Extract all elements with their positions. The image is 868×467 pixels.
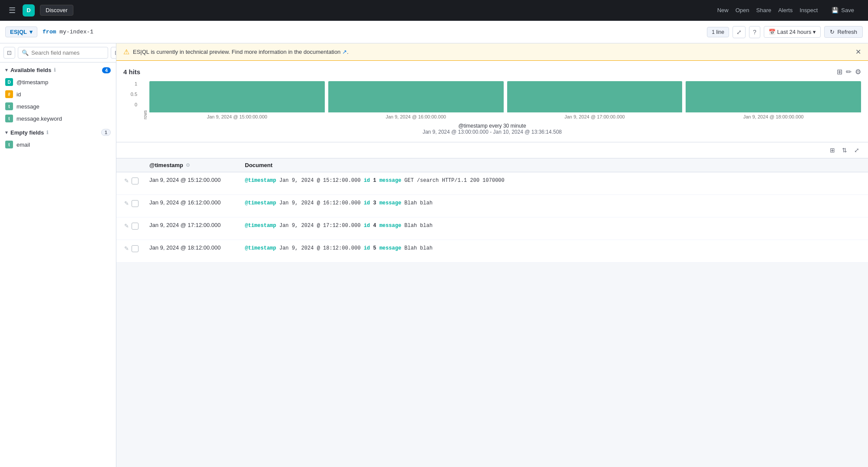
query-bar-right: 1 line ⤢ ? 📅 Last 24 hours ▾ ↻ Refresh <box>707 26 863 38</box>
field-search-wrap[interactable]: 🔍 <box>18 47 108 59</box>
email-type-icon: t <box>5 141 13 148</box>
inspect-button[interactable]: Inspect <box>799 7 818 13</box>
content-area: ⚠ ES|QL is currently in technical previe… <box>116 43 868 467</box>
chart-settings-button[interactable]: ⚙ <box>855 68 861 76</box>
timestamp-col-label: @timestamp <box>149 162 183 168</box>
row-expand-button-3[interactable]: ✎ <box>123 244 130 253</box>
save-button[interactable]: 💾 Save <box>825 4 861 16</box>
field-item-email[interactable]: t email <box>0 138 116 151</box>
row-document-0: @timestamp Jan 9, 2024 @ 15:12:00.000 id… <box>245 177 861 184</box>
row-checkbox-1[interactable] <box>132 200 139 207</box>
calendar-icon: 📅 <box>769 29 776 35</box>
available-fields-info-icon[interactable]: ℹ <box>54 67 56 73</box>
table-row: ✎ Jan 9, 2024 @ 17:12:00.000 @timestamp … <box>116 217 868 240</box>
banner-warning-icon: ⚠ <box>123 48 129 56</box>
bar-group-2: Jan 9, 2024 @ 17:00:00.000 <box>507 81 683 119</box>
expand-table-button[interactable]: ⤢ <box>852 145 861 155</box>
table-row: ✎ Jan 9, 2024 @ 16:12:00.000 @timestamp … <box>116 195 868 217</box>
save-icon: 💾 <box>832 7 838 13</box>
message-field-name: message <box>17 103 40 110</box>
y-axis-mid: 0.5 <box>131 92 137 97</box>
sidebar-toggle-button[interactable]: ⊡ <box>3 47 15 59</box>
row-timestamp-3: Jan 9, 2024 @ 18:12:00.000 <box>149 244 245 251</box>
message-keyword-field-name: message.keyword <box>17 115 62 122</box>
timestamp-sort-icon[interactable]: ⊙ <box>186 162 190 168</box>
chart-range-label: Jan 9, 2024 @ 13:00:00.000 - Jan 10, 202… <box>123 129 861 135</box>
sort-button[interactable]: ⇅ <box>840 145 849 155</box>
expand-icon: ⤢ <box>736 29 742 36</box>
banner-left: ⚠ ES|QL is currently in technical previe… <box>123 48 349 56</box>
expand-editor-button[interactable]: ⤢ <box>733 26 746 38</box>
available-fields-chevron-icon: ▾ <box>5 67 8 73</box>
row-expand-button-2[interactable]: ✎ <box>123 222 130 230</box>
field-item-timestamp[interactable]: D @timestamp <box>0 76 116 88</box>
bar-label-2: Jan 9, 2024 @ 17:00:00.000 <box>564 114 625 119</box>
chart-fullscreen-button[interactable]: ⊞ <box>837 68 842 76</box>
field-item-id[interactable]: # id <box>0 88 116 100</box>
message-keyword-type-icon: t <box>5 115 13 122</box>
empty-fields-info-icon[interactable]: ℹ <box>46 130 48 135</box>
chart-edit-button[interactable]: ✏ <box>846 68 851 76</box>
time-range-picker[interactable]: 📅 Last 24 hours ▾ <box>764 26 821 38</box>
save-label: Save <box>841 7 854 13</box>
row-actions-2: ✎ <box>123 222 149 230</box>
columns-icon: ⊞ <box>830 147 835 154</box>
banner-text: ES|QL is currently in technical preview.… <box>133 49 349 55</box>
nav-left: ☰ D Discover <box>7 4 73 17</box>
hamburger-menu-button[interactable]: ☰ <box>7 4 17 17</box>
row-checkbox-2[interactable] <box>132 223 139 230</box>
app-icon: D <box>23 4 35 16</box>
field-item-message[interactable]: t message <box>0 100 116 112</box>
line-count-button[interactable]: 1 line <box>707 27 729 37</box>
expand-table-icon: ⤢ <box>854 147 859 154</box>
id-type-icon: # <box>5 90 13 98</box>
row-actions-1: ✎ <box>123 199 149 207</box>
row-checkbox-0[interactable] <box>132 178 139 184</box>
chart-interval-label: @timestamp every 30 minute <box>123 123 861 129</box>
banner-docs-link[interactable]: ↗ <box>342 49 347 55</box>
table-row: ✎ Jan 9, 2024 @ 18:12:00.000 @timestamp … <box>116 240 868 263</box>
empty-fields-header[interactable]: ▾ Empty fields ℹ 1 <box>0 125 116 138</box>
row-timestamp-2: Jan 9, 2024 @ 17:12:00.000 <box>149 222 245 228</box>
help-icon: ? <box>753 29 756 36</box>
refresh-icon: ↻ <box>830 29 835 35</box>
bar-group-0: Jan 9, 2024 @ 15:00:00.000 <box>149 81 325 119</box>
row-expand-button-1[interactable]: ✎ <box>123 199 130 207</box>
available-fields-label: Available fields <box>10 67 51 73</box>
empty-fields-chevron-icon: ▾ <box>5 130 8 135</box>
message-type-icon: t <box>5 102 13 110</box>
main-layout: ⊡ 🔍 ⊞ 0 ▾ Available fields ℹ 4 <box>0 43 868 467</box>
banner-close-button[interactable]: ✕ <box>855 48 861 56</box>
row-checkbox-3[interactable] <box>132 245 139 252</box>
bars-container: Jan 9, 2024 @ 15:00:00.000 Jan 9, 2024 @… <box>149 81 861 119</box>
empty-fields-count: 1 <box>101 129 111 136</box>
alerts-button[interactable]: Alerts <box>778 7 792 13</box>
results-toolbar: ⊞ ⇅ ⤢ <box>116 142 868 158</box>
field-item-message-keyword[interactable]: t message.keyword <box>0 112 116 125</box>
field-search-input[interactable] <box>31 49 104 56</box>
empty-fields-section: ▾ Empty fields ℹ 1 t email <box>0 125 116 151</box>
sidebar-toggle-icon: ⊡ <box>7 49 12 56</box>
nav-right: New Open Share Alerts Inspect 💾 Save <box>717 4 861 16</box>
open-button[interactable]: Open <box>736 7 749 13</box>
available-fields-header-left: ▾ Available fields ℹ <box>5 67 56 73</box>
refresh-button[interactable]: ↻ Refresh <box>824 26 863 38</box>
esql-badge[interactable]: ES|QL ▾ <box>5 26 37 37</box>
query-bar: ES|QL ▾ from my-index-1 1 line ⤢ ? 📅 Las… <box>0 21 868 43</box>
new-button[interactable]: New <box>717 7 729 13</box>
share-button[interactable]: Share <box>756 7 772 13</box>
help-button[interactable]: ? <box>749 26 760 38</box>
esql-label: ES|QL <box>10 29 27 35</box>
row-expand-button-0[interactable]: ✎ <box>123 177 130 185</box>
discover-button[interactable]: Discover <box>40 5 73 16</box>
available-fields-header[interactable]: ▾ Available fields ℹ 4 <box>0 62 116 76</box>
columns-button[interactable]: ⊞ <box>828 145 837 155</box>
row-timestamp-0: Jan 9, 2024 @ 15:12:00.000 <box>149 177 245 183</box>
bar-label-1: Jan 9, 2024 @ 16:00:00.000 <box>386 114 446 119</box>
col-header-timestamp[interactable]: @timestamp ⊙ <box>149 162 245 168</box>
y-axis-bottom: 0 <box>135 102 137 107</box>
query-keyword: from <box>43 29 56 35</box>
filter-button[interactable]: ⊞ 0 <box>111 47 116 59</box>
bar-group-3: Jan 9, 2024 @ 18:00:00.000 <box>686 81 861 119</box>
query-editor[interactable]: from my-index-1 <box>43 29 702 35</box>
